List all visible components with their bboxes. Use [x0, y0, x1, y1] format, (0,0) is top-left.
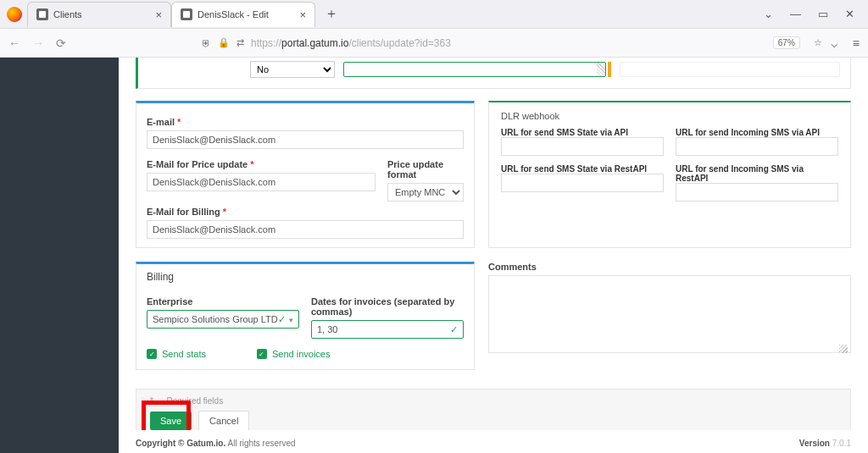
back-icon[interactable]: ←: [8, 36, 20, 50]
tab-label: DenisSlack - Edit: [198, 9, 269, 19]
price-update-field[interactable]: [147, 173, 376, 191]
checkbox-icon: ✓: [147, 349, 157, 359]
blank-field[interactable]: [620, 62, 840, 77]
tab-label: Clients: [53, 9, 82, 19]
email-card: E-mail * E-Mail for Price update * Price…: [136, 101, 475, 248]
price-format-label: Price update format: [387, 159, 464, 180]
version: Version 7.0.1: [799, 439, 851, 448]
shield-icon[interactable]: ⛨: [202, 38, 211, 48]
invoice-dates-field[interactable]: 1, 30 ✓: [311, 320, 464, 339]
send-stats-checkbox[interactable]: ✓ Send stats: [147, 349, 206, 359]
maximize-icon[interactable]: ▭: [818, 8, 828, 20]
send-invoices-checkbox[interactable]: ✓ Send invoices: [257, 349, 331, 359]
panel-top: No: [136, 58, 851, 89]
green-bar[interactable]: [343, 62, 606, 77]
page-footer: Copyright © Gatum.io. All rights reserve…: [119, 430, 868, 453]
send-stats-label: Send stats: [162, 349, 206, 359]
price-update-label: E-Mail for Price update *: [147, 159, 376, 169]
firefox-icon: [7, 7, 22, 22]
orange-indicator: [608, 62, 611, 77]
zoom-badge[interactable]: 67%: [773, 36, 800, 49]
dlr-card: DLR webhook URL for send SMS State via A…: [488, 101, 851, 248]
dlr-api-state-label: URL for send SMS State via API: [501, 128, 664, 137]
dlr-api-state-field[interactable]: [501, 137, 664, 156]
comments-label: Comments: [488, 262, 851, 272]
comments-field[interactable]: [488, 275, 851, 353]
bookmark-icon[interactable]: ☆: [814, 37, 822, 48]
top-select[interactable]: No: [250, 61, 335, 78]
save-button[interactable]: Save: [150, 412, 192, 430]
enterprise-label: Enterprise: [147, 296, 299, 307]
billing-title: Billing: [147, 271, 464, 283]
tab-clients[interactable]: Clients ×: [27, 2, 171, 27]
pocket-icon[interactable]: ⌵: [831, 36, 837, 50]
send-invoices-label: Send invoices: [272, 349, 331, 359]
browser-tab-strip: Clients × DenisSlack - Edit × ＋ ⌄ — ▭ ✕: [0, 0, 868, 29]
billing-email-field[interactable]: [147, 220, 464, 239]
minimize-icon[interactable]: —: [790, 8, 801, 20]
copyright: Copyright © Gatum.io. All rights reserve…: [136, 439, 296, 448]
forward-icon[interactable]: →: [32, 36, 44, 50]
checkbox-icon: ✓: [257, 349, 267, 359]
price-format-select[interactable]: Empty MNC: [387, 183, 464, 202]
dlr-api-incoming-label: URL for send Incoming SMS via API: [676, 128, 838, 137]
tab-edit[interactable]: DenisSlack - Edit ×: [171, 2, 315, 27]
chevron-down-icon[interactable]: ⌄: [764, 8, 773, 20]
lock-icon[interactable]: 🔒: [218, 37, 230, 48]
invoice-dates-label: Dates for invoices (separated by commas): [311, 296, 464, 317]
dlr-title: DLR webhook: [501, 109, 838, 128]
sidebar-rail: [0, 58, 119, 453]
new-tab-button[interactable]: ＋: [320, 3, 342, 25]
resize-grip-icon[interactable]: [839, 345, 848, 353]
menu-icon[interactable]: ≡: [853, 36, 860, 50]
dlr-api-incoming-field[interactable]: [676, 137, 838, 156]
required-note: * — Required fields: [150, 396, 840, 406]
permissions-icon[interactable]: ⇄: [236, 37, 244, 48]
billing-email-label: E-Mail for Billing *: [147, 207, 464, 217]
action-footer: * — Required fields Save Cancel: [136, 389, 851, 430]
billing-card: Billing Enterprise Sempico Solutions Gro…: [136, 262, 475, 370]
close-icon[interactable]: ×: [299, 8, 306, 21]
dlr-rest-state-field[interactable]: [501, 174, 664, 192]
reload-icon[interactable]: ⟳: [56, 36, 66, 50]
dlr-rest-incoming-label: URL for send Incoming SMS via RestAPI: [676, 164, 838, 183]
cancel-button[interactable]: Cancel: [198, 411, 249, 430]
email-label: E-mail *: [147, 117, 464, 127]
invoice-dates-value: 1, 30: [317, 324, 337, 334]
dlr-rest-incoming-field[interactable]: [676, 183, 838, 202]
check-icon: ✓: [450, 324, 458, 335]
url-display[interactable]: https://portal.gatum.io/clients/update?i…: [251, 37, 451, 49]
dlr-rest-state-label: URL for send SMS State via RestAPI: [501, 164, 664, 174]
favicon-icon: [36, 8, 48, 20]
favicon-icon: [181, 8, 192, 20]
email-field[interactable]: [147, 130, 464, 149]
enterprise-value: Sempico Solutions Group LTD: [153, 314, 278, 324]
enterprise-select[interactable]: Sempico Solutions Group LTD ✓▾: [147, 310, 299, 329]
comments-block: Comments: [488, 262, 851, 370]
address-bar: ← → ⟳ ⛨ 🔒 ⇄ https://portal.gatum.io/clie…: [0, 29, 868, 58]
check-icon: ✓▾: [278, 314, 293, 325]
close-icon[interactable]: ×: [155, 8, 162, 21]
close-window-icon[interactable]: ✕: [845, 8, 854, 20]
